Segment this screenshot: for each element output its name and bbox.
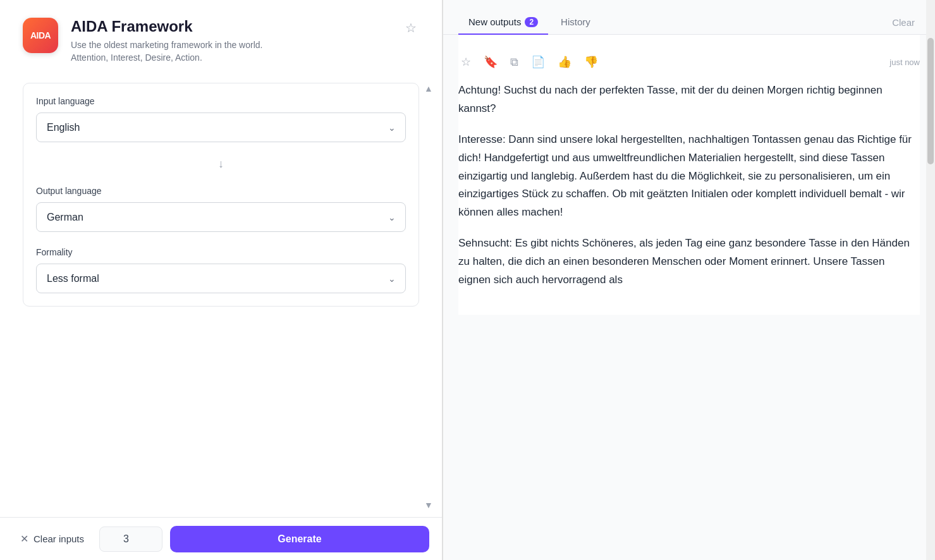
output-paragraph-3: Sehnsucht: Es gibt nichts Schöneres, als…	[458, 234, 920, 289]
thumbs-down-action-icon[interactable]: 👎	[582, 52, 601, 71]
scroll-down-arrow[interactable]: ▼	[423, 499, 434, 511]
generate-button[interactable]: Generate	[170, 526, 429, 552]
tab-new-outputs-label: New outputs	[468, 16, 521, 27]
tab-new-outputs[interactable]: New outputs 2	[458, 10, 548, 35]
output-paragraph-1: Achtung! Suchst du nach der perfekten Ta…	[458, 82, 920, 118]
tab-history-label: History	[561, 16, 590, 27]
app-title: AIDA Framework	[71, 18, 419, 35]
input-language-select[interactable]: English German French Spanish	[36, 113, 406, 142]
star-action-icon[interactable]: ☆	[458, 52, 474, 71]
left-panel: AIDA AIDA Framework Use the oldest marke…	[0, 0, 443, 560]
input-language-select-wrapper: English German French Spanish ⌄	[36, 113, 406, 142]
right-panel: New outputs 2 History Clear ☆ 🔖 ⧉ 📄 👍 👎 …	[443, 0, 935, 560]
app-icon-text: AIDA	[30, 30, 51, 40]
clear-output-button[interactable]: Clear	[887, 12, 920, 33]
output-timestamp: just now	[889, 58, 920, 67]
form-container: Input language English German French Spa…	[23, 83, 419, 307]
app-header: AIDA AIDA Framework Use the oldest marke…	[0, 0, 442, 76]
scroll-up-arrow[interactable]: ▲	[423, 83, 434, 94]
app-icon: AIDA	[23, 18, 58, 53]
formality-group: Formality Less formal More formal Defaul…	[36, 247, 406, 293]
app-subtitle: Use the oldest marketing framework in th…	[71, 39, 419, 64]
output-language-select[interactable]: German English French Spanish	[36, 202, 406, 232]
favorite-button[interactable]: ☆	[403, 18, 419, 38]
document-action-icon[interactable]: 📄	[529, 52, 547, 71]
bottom-bar: ✕ Clear inputs Generate	[0, 517, 442, 560]
thumbs-up-action-icon[interactable]: 👍	[555, 52, 574, 71]
output-tabs: New outputs 2 History Clear	[443, 0, 935, 35]
translation-direction-icon: ↓	[36, 157, 406, 171]
output-language-label: Output language	[36, 186, 406, 196]
formality-select[interactable]: Less formal More formal Default	[36, 264, 406, 293]
scrollbar-track[interactable]	[926, 0, 935, 560]
new-outputs-badge: 2	[525, 17, 538, 27]
app-title-block: AIDA Framework Use the oldest marketing …	[71, 18, 419, 64]
clear-inputs-button[interactable]: ✕ Clear inputs	[13, 528, 92, 550]
output-actions-row: ☆ 🔖 ⧉ 📄 👍 👎 just now	[458, 47, 920, 82]
count-input[interactable]	[99, 527, 162, 552]
output-paragraph-2: Interesse: Dann sind unsere lokal herges…	[458, 131, 920, 222]
formality-select-wrapper: Less formal More formal Default ⌄	[36, 264, 406, 293]
input-language-label: Input language	[36, 96, 406, 106]
tab-history[interactable]: History	[551, 10, 601, 35]
output-content-area: ☆ 🔖 ⧉ 📄 👍 👎 just now Achtung! Suchst du …	[443, 35, 935, 560]
form-scroll-area: ▲ Input language English German French S…	[0, 76, 442, 517]
close-icon: ✕	[20, 533, 28, 545]
scrollbar-thumb[interactable]	[927, 38, 934, 164]
copy-action-icon[interactable]: ⧉	[508, 53, 521, 71]
output-card: ☆ 🔖 ⧉ 📄 👍 👎 just now Achtung! Suchst du …	[458, 35, 920, 315]
formality-label: Formality	[36, 247, 406, 257]
input-language-group: Input language English German French Spa…	[36, 96, 406, 142]
bookmark-action-icon[interactable]: 🔖	[481, 52, 500, 71]
clear-inputs-label: Clear inputs	[34, 533, 84, 544]
output-language-group: Output language German English French Sp…	[36, 186, 406, 232]
output-text-content: Achtung! Suchst du nach der perfekten Ta…	[458, 82, 920, 289]
output-language-select-wrapper: German English French Spanish ⌄	[36, 202, 406, 232]
